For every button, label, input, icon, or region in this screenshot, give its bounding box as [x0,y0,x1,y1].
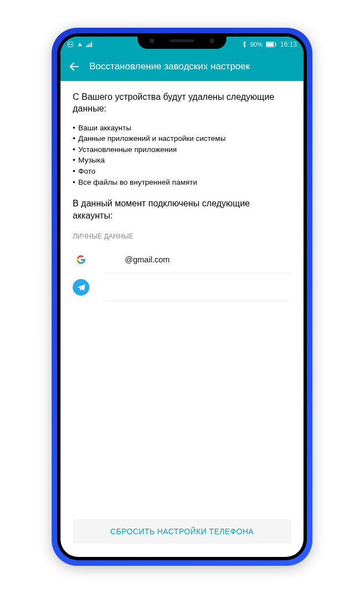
page-title: Восстановление заводских настроек [89,61,296,72]
title-bar: Восстановление заводских настроек [60,52,304,81]
svg-rect-7 [275,43,276,45]
nfc-icon [67,41,74,48]
account-row-telegram[interactable] [60,273,304,301]
bluetooth-icon [242,41,247,48]
svg-rect-1 [86,45,87,47]
warning-heading: С Вашего устройства будут удалены следую… [73,91,291,115]
account-label: @gmail.com [125,255,170,264]
phone-bezel: 80% 16:13 Восстановление заводских настр… [57,33,307,560]
volte-icon [77,42,83,47]
svg-rect-2 [88,44,89,47]
deletion-list: Ваши аккаунты Данные приложений и настро… [73,123,291,195]
battery-percent: 80% [250,41,262,48]
back-button[interactable] [68,60,80,73]
reset-phone-button[interactable]: СБРОСИТЬ НАСТРОЙКИ ТЕЛЕФОНА [73,519,291,544]
svg-rect-3 [89,43,90,47]
list-item: Фото [73,166,291,177]
telegram-icon [73,279,89,296]
list-item: Музыка [73,155,291,166]
accounts-heading: В данный момент подключены следующие акк… [73,197,291,221]
google-icon [73,251,89,268]
battery-icon [266,42,277,47]
signal-icon [86,42,93,47]
list-item: Установленные приложения [73,144,291,155]
status-bar: 80% 16:13 [60,37,304,52]
list-item: Ваши аккаунты [73,123,291,134]
phone-frame: 80% 16:13 Восстановление заводских настр… [52,28,312,566]
account-row-google[interactable]: @gmail.com [60,246,304,273]
list-item: Данные приложений и настройки системы [73,133,291,144]
screen: 80% 16:13 Восстановление заводских настр… [60,37,304,557]
svg-rect-6 [266,42,274,46]
action-bar: СБРОСИТЬ НАСТРОЙКИ ТЕЛЕФОНА [60,510,304,557]
content-area: С Вашего устройства будут удалены следую… [60,81,304,557]
personal-data-label: ЛИЧНЫЕ ДАННЫЕ [60,227,304,246]
clock: 16:13 [280,40,297,48]
svg-rect-4 [91,42,92,47]
list-item: Все файлы во внутренней памяти [73,177,291,188]
